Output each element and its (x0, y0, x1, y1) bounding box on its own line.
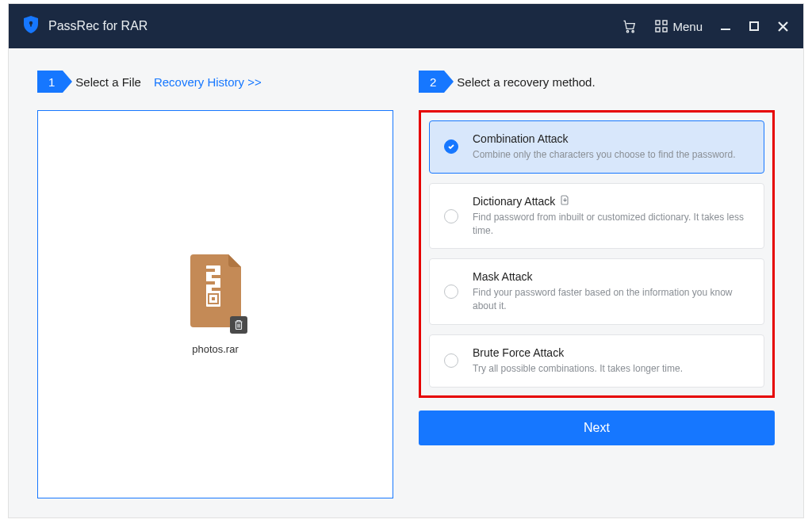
svg-point-2 (627, 31, 629, 32)
radio-indicator (444, 209, 458, 223)
svg-rect-16 (212, 297, 215, 300)
svg-rect-1 (30, 24, 32, 27)
maximize-button[interactable] (749, 21, 760, 32)
import-icon[interactable] (560, 195, 570, 208)
recovery-history-link[interactable]: Recovery History >> (154, 75, 262, 89)
svg-rect-9 (750, 22, 758, 30)
methods-highlight: Combination Attack Combine only the char… (419, 110, 775, 398)
step2-title: Select a recovery method. (457, 75, 595, 89)
delete-file-button[interactable] (230, 316, 247, 334)
step1-title: Select a File (75, 75, 141, 89)
step1-column: 1 Select a File Recovery History >> (37, 71, 393, 498)
svg-rect-8 (721, 29, 730, 30)
menu-label: Menu (672, 20, 703, 33)
method-mask[interactable]: Mask Attack Find your password faster ba… (429, 258, 764, 325)
svg-rect-13 (206, 281, 215, 285)
svg-rect-11 (206, 269, 215, 272)
method-title: Dictionary Attack (473, 195, 555, 208)
file-name: photos.rar (192, 343, 239, 355)
file-drop-area[interactable]: photos.rar (37, 110, 393, 498)
method-desc: Find your password faster based on the i… (473, 286, 749, 313)
shield-icon (23, 16, 39, 36)
svg-rect-14 (212, 288, 220, 291)
method-title: Combination Attack (473, 132, 569, 145)
svg-rect-5 (663, 21, 667, 25)
trash-icon (234, 319, 243, 330)
cart-icon[interactable] (622, 18, 638, 34)
method-desc: Try all possible combinations. It takes … (473, 362, 749, 376)
method-bruteforce[interactable]: Brute Force Attack Try all possible comb… (429, 334, 764, 388)
svg-rect-12 (212, 275, 220, 278)
app-window: PassRec for RAR Menu 1 Sel (8, 3, 804, 518)
next-button[interactable]: Next (419, 411, 775, 445)
minimize-button[interactable] (720, 21, 731, 32)
svg-rect-6 (656, 28, 660, 32)
svg-point-3 (632, 31, 634, 32)
method-desc: Find password from inbuilt or customized… (473, 211, 749, 238)
check-icon (447, 143, 455, 151)
app-title: PassRec for RAR (48, 19, 147, 33)
svg-rect-7 (663, 28, 667, 32)
method-title: Mask Attack (473, 270, 532, 283)
menu-button[interactable]: Menu (655, 20, 703, 33)
method-desc: Combine only the characters you choose t… (473, 148, 749, 162)
method-dictionary[interactable]: Dictionary Attack Find password from inb… (429, 183, 764, 250)
titlebar: PassRec for RAR Menu (9, 4, 803, 48)
step1-badge: 1 (37, 71, 63, 93)
method-combination[interactable]: Combination Attack Combine only the char… (429, 120, 764, 174)
step2-badge: 2 (419, 71, 444, 93)
step2-column: 2 Select a recovery method. Combination … (419, 71, 775, 498)
method-title: Brute Force Attack (473, 346, 564, 359)
svg-rect-4 (656, 21, 660, 25)
close-button[interactable] (777, 21, 789, 32)
radio-indicator (444, 353, 458, 368)
radio-indicator (444, 139, 458, 154)
radio-indicator (444, 285, 458, 299)
grid-icon (655, 20, 668, 32)
